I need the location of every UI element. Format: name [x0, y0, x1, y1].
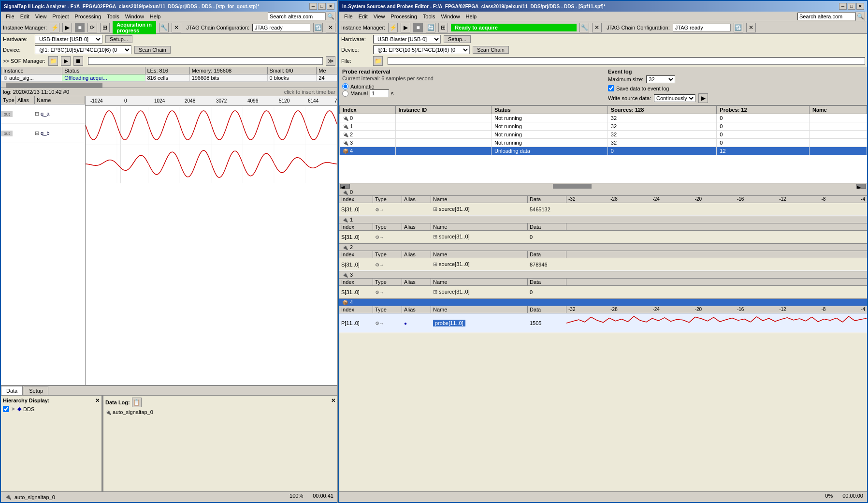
- click-hint[interactable]: click to insert time bar: [284, 89, 335, 95]
- hierarchy-checkbox[interactable]: [3, 406, 9, 412]
- menu-edit[interactable]: Edit: [17, 13, 32, 20]
- scroll-bar-top[interactable]: [1, 82, 337, 88]
- viz-row-2-0[interactable]: S[31..0] ⚙→ ⊞ source[31..0] 878946: [339, 258, 867, 271]
- r-menu-processing[interactable]: Processing: [388, 13, 420, 20]
- im-btn1[interactable]: ⚡: [50, 23, 59, 32]
- sof-path-input[interactable]: [88, 57, 323, 65]
- r-im-close-btn[interactable]: ✕: [592, 23, 602, 32]
- r-menu-file[interactable]: File: [341, 13, 356, 20]
- hw-select-left[interactable]: USB-Blaster [USB-0]: [35, 35, 102, 44]
- tab-setup[interactable]: Setup: [24, 386, 48, 395]
- menu-help[interactable]: Help: [147, 13, 164, 20]
- hierarchy-item[interactable]: ➤ ◆ DDS: [3, 406, 100, 412]
- max-size-select[interactable]: 32: [646, 75, 675, 83]
- jtag-close-btn-left[interactable]: ✕: [326, 23, 335, 32]
- menu-file[interactable]: File: [3, 13, 17, 20]
- r-device-select[interactable]: @1: EP3C(10|5)/EP4CE(10|6) (0: [373, 45, 470, 54]
- save-data-checkbox[interactable]: [608, 85, 614, 91]
- right-minimize-btn[interactable]: ─: [839, 3, 847, 10]
- r-jtag-refresh-btn[interactable]: 🔃: [734, 23, 743, 32]
- h-scrollbar-thumb[interactable]: [553, 184, 592, 189]
- sof-more-btn[interactable]: ≫: [326, 56, 335, 66]
- sof-icon2[interactable]: ▶: [61, 56, 71, 66]
- probe-row-4[interactable]: 📦 4 Unloading data 0 12: [340, 147, 867, 155]
- data-log-item[interactable]: 🔌 auto_signaltap_0: [105, 409, 335, 415]
- r-im-btn1[interactable]: ⚡: [388, 23, 398, 32]
- viz-row-1-0[interactable]: S[31..0] ⚙→ ⊞ source[31..0] 0: [339, 231, 867, 243]
- signal-row-qa[interactable]: out ⊞ q_a: [1, 104, 85, 124]
- search-icon-right[interactable]: 🔍: [855, 12, 865, 21]
- r-setup-btn[interactable]: Setup...: [444, 35, 471, 43]
- sof-icon3[interactable]: ⏹: [73, 56, 83, 66]
- data-log-icon[interactable]: 📋: [132, 398, 142, 407]
- tab-data[interactable]: Data: [1, 386, 23, 395]
- r-scan-chain-btn[interactable]: Scan Chain: [473, 46, 509, 54]
- table-row[interactable]: ⚙ auto_sig... Offloading acqui... 816 ce…: [1, 74, 337, 82]
- menu-window[interactable]: Window: [122, 13, 147, 20]
- setup-btn-left[interactable]: Setup...: [105, 35, 132, 43]
- write-source-icon[interactable]: ▶: [698, 93, 708, 103]
- r-menu-edit[interactable]: Edit: [356, 13, 371, 20]
- scroll-left-btn[interactable]: ◀: [340, 184, 350, 189]
- waveform-container: log: 2020/02/13 11:10:42 #0 click to ins…: [1, 88, 337, 385]
- viz-hdr-chart-0: -32-28-24-20-16-12-8-4: [566, 196, 867, 203]
- probe-row-1[interactable]: 🔌 1 Not running 32 0: [340, 122, 867, 131]
- data-viz-blocks[interactable]: 🔌 0 Index Type Alias Name Data -32-28-24…: [339, 189, 867, 491]
- r-im-btn2[interactable]: ▶: [401, 23, 410, 32]
- menu-view[interactable]: View: [32, 13, 50, 20]
- scroll-thumb[interactable]: [6, 83, 102, 88]
- r-jtag-close-btn[interactable]: ✕: [746, 23, 756, 32]
- r-menu-window[interactable]: Window: [438, 13, 463, 20]
- close-btn[interactable]: ✕: [327, 3, 334, 10]
- sof-icon1[interactable]: 📁: [48, 56, 58, 66]
- restore-btn[interactable]: □: [318, 3, 326, 10]
- scroll-right-btn[interactable]: ▶: [856, 184, 866, 189]
- event-log-label: Event log: [608, 69, 864, 74]
- right-restore-btn[interactable]: □: [848, 3, 855, 10]
- r-menu-help[interactable]: Help: [463, 13, 480, 20]
- probe-row-2[interactable]: 🔌 2 Not running 32 0: [340, 131, 867, 139]
- im-close-btn[interactable]: ✕: [172, 23, 181, 32]
- manual-radio[interactable]: [342, 90, 348, 97]
- probe-table-container[interactable]: Index Instance ID Status Sources: 128 Pr…: [339, 105, 867, 183]
- viz-row-3-0[interactable]: S[31..0] ⚙→ ⊞ source[31..0] 0: [339, 286, 867, 298]
- probe-row-0[interactable]: 🔌 0 Not running 32 0: [340, 114, 867, 122]
- r-menu-view[interactable]: View: [371, 13, 388, 20]
- im-stop-btn[interactable]: ■: [75, 23, 85, 32]
- instance-manager-bar-right: Instance Manager: ⚡ ▶ ■ 🔄 ⊞ Ready to acq…: [339, 21, 867, 34]
- jtag-refresh-btn-left[interactable]: 🔃: [313, 23, 323, 32]
- im-btn2[interactable]: ▶: [62, 23, 72, 32]
- write-source-select[interactable]: Continuously: [654, 94, 695, 102]
- menu-tools[interactable]: Tools: [104, 13, 122, 20]
- r-hw-select[interactable]: USB-Blaster [USB-0]: [373, 35, 441, 44]
- r-im-btn4[interactable]: ⊞: [438, 23, 448, 32]
- automatic-radio[interactable]: [342, 83, 348, 89]
- r-im-btn3[interactable]: 🔄: [426, 23, 435, 32]
- manual-value-input[interactable]: [370, 89, 389, 97]
- r-im-stop-btn[interactable]: ■: [413, 23, 423, 32]
- r-file-input[interactable]: [388, 57, 865, 65]
- search-input-left[interactable]: [268, 13, 326, 20]
- hierarchy-close-icon[interactable]: ✕: [95, 398, 100, 404]
- im-btn3[interactable]: ⟳: [87, 23, 97, 32]
- data-log-close-icon[interactable]: ✕: [331, 398, 335, 407]
- r-file-icon[interactable]: 📁: [373, 56, 383, 66]
- signal-row-qb[interactable]: out ⊞ q_b: [1, 124, 85, 143]
- probe-table-scrollbar[interactable]: ◀ ▶: [339, 183, 867, 189]
- minimize-btn[interactable]: ─: [309, 3, 317, 10]
- menu-processing[interactable]: Processing: [72, 13, 104, 20]
- device-select-left[interactable]: @1: EP3C(10|5)/EP4CE(10|6) (0: [35, 45, 131, 54]
- viz-row-0-0[interactable]: S[31..0] ⚙→ ⊞ source[31..0] 5465132: [339, 203, 867, 216]
- scan-chain-btn-left[interactable]: Scan Chain: [134, 46, 171, 54]
- menu-project[interactable]: Project: [49, 13, 72, 20]
- im-btn4[interactable]: ⊞: [100, 23, 110, 32]
- im-config-btn[interactable]: 🔧: [159, 23, 169, 32]
- r-im-config-btn[interactable]: 🔧: [579, 23, 589, 32]
- r-menu-tools[interactable]: Tools: [420, 13, 438, 20]
- search-icon-left[interactable]: 🔍: [326, 12, 335, 21]
- search-input-right[interactable]: [797, 13, 855, 20]
- signal-type-qb: out: [1, 131, 15, 136]
- right-close-btn[interactable]: ✕: [856, 3, 864, 10]
- viz-row-4-0[interactable]: P[11..0] ⚙↔ ● probe[11..0] 1505: [339, 313, 867, 333]
- probe-row-3[interactable]: 🔌 3 Not running 32 0: [340, 139, 867, 147]
